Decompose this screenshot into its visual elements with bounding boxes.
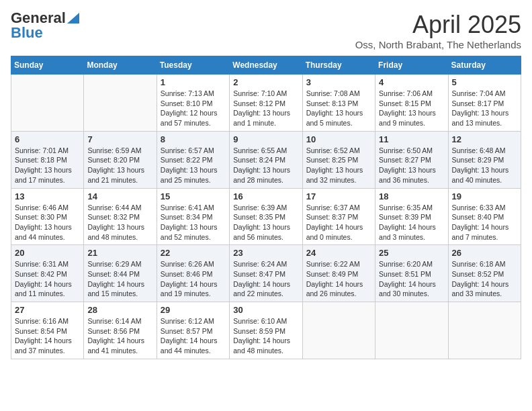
calendar-cell: 9Sunrise: 6:55 AMSunset: 8:24 PMDaylight…: [230, 131, 302, 188]
calendar-week-row: 20Sunrise: 6:31 AMSunset: 8:42 PMDayligh…: [11, 245, 521, 302]
day-info: Sunrise: 7:10 AMSunset: 8:12 PMDaylight:…: [233, 89, 298, 128]
calendar-cell: 15Sunrise: 6:41 AMSunset: 8:34 PMDayligh…: [157, 188, 229, 245]
day-number: 9: [233, 134, 298, 144]
calendar-cell: 30Sunrise: 6:10 AMSunset: 8:59 PMDayligh…: [230, 302, 302, 359]
day-number: 4: [379, 77, 444, 87]
calendar-cell: 14Sunrise: 6:44 AMSunset: 8:32 PMDayligh…: [84, 188, 157, 245]
day-number: 8: [161, 134, 226, 144]
calendar-cell: 10Sunrise: 6:52 AMSunset: 8:25 PMDayligh…: [302, 131, 375, 188]
weekday-header-wednesday: Wednesday: [230, 56, 302, 75]
day-info: Sunrise: 6:44 AMSunset: 8:32 PMDaylight:…: [87, 203, 152, 242]
day-number: 30: [233, 305, 298, 315]
calendar-cell: 25Sunrise: 6:20 AMSunset: 8:51 PMDayligh…: [375, 245, 448, 302]
day-info: Sunrise: 6:16 AMSunset: 8:54 PMDaylight:…: [15, 316, 80, 356]
day-number: 27: [15, 305, 80, 315]
calendar-cell: 3Sunrise: 7:08 AMSunset: 8:13 PMDaylight…: [302, 75, 375, 132]
day-info: Sunrise: 6:52 AMSunset: 8:25 PMDaylight:…: [306, 146, 371, 185]
calendar-week-row: 13Sunrise: 6:46 AMSunset: 8:30 PMDayligh…: [11, 188, 521, 245]
day-info: Sunrise: 7:06 AMSunset: 8:15 PMDaylight:…: [379, 89, 444, 128]
day-info: Sunrise: 6:14 AMSunset: 8:56 PMDaylight:…: [87, 316, 152, 356]
calendar-cell: 20Sunrise: 6:31 AMSunset: 8:42 PMDayligh…: [11, 245, 84, 302]
calendar-cell: 1Sunrise: 7:13 AMSunset: 8:10 PMDaylight…: [157, 75, 229, 132]
calendar-cell: 6Sunrise: 7:01 AMSunset: 8:18 PMDaylight…: [11, 131, 84, 188]
calendar-cell: [448, 302, 521, 359]
day-number: 3: [306, 77, 371, 87]
calendar-cell: 27Sunrise: 6:16 AMSunset: 8:54 PMDayligh…: [11, 302, 84, 359]
weekday-header-sunday: Sunday: [11, 56, 84, 75]
logo: General Blue: [11, 11, 79, 40]
day-info: Sunrise: 6:46 AMSunset: 8:30 PMDaylight:…: [15, 203, 80, 242]
day-info: Sunrise: 6:59 AMSunset: 8:20 PMDaylight:…: [87, 146, 152, 185]
day-number: 11: [379, 134, 444, 144]
day-info: Sunrise: 6:48 AMSunset: 8:29 PMDaylight:…: [452, 146, 517, 185]
day-number: 13: [15, 191, 80, 201]
calendar-cell: 28Sunrise: 6:14 AMSunset: 8:56 PMDayligh…: [84, 302, 157, 359]
day-number: 25: [379, 248, 444, 258]
day-number: 1: [161, 77, 226, 87]
calendar-cell: 24Sunrise: 6:22 AMSunset: 8:49 PMDayligh…: [302, 245, 375, 302]
weekday-header-monday: Monday: [84, 56, 157, 75]
calendar-cell: [375, 302, 448, 359]
calendar-cell: 11Sunrise: 6:50 AMSunset: 8:27 PMDayligh…: [375, 131, 448, 188]
weekday-header-thursday: Thursday: [302, 56, 375, 75]
day-info: Sunrise: 6:37 AMSunset: 8:37 PMDaylight:…: [306, 203, 371, 242]
title-area: April 2025 Oss, North Brabant, The Nethe…: [355, 11, 521, 50]
header: General Blue April 2025 Oss, North Braba…: [11, 11, 521, 50]
svg-marker-0: [67, 13, 79, 24]
day-number: 10: [306, 134, 371, 144]
day-info: Sunrise: 7:04 AMSunset: 8:17 PMDaylight:…: [452, 89, 517, 128]
day-info: Sunrise: 6:39 AMSunset: 8:35 PMDaylight:…: [233, 203, 298, 242]
logo-general-text: General: [11, 11, 66, 26]
day-info: Sunrise: 7:13 AMSunset: 8:10 PMDaylight:…: [161, 89, 226, 128]
calendar-cell: 4Sunrise: 7:06 AMSunset: 8:15 PMDaylight…: [375, 75, 448, 132]
day-number: 29: [161, 305, 226, 315]
calendar-cell: 17Sunrise: 6:37 AMSunset: 8:37 PMDayligh…: [302, 188, 375, 245]
day-info: Sunrise: 6:24 AMSunset: 8:47 PMDaylight:…: [233, 259, 298, 299]
calendar-cell: [84, 75, 157, 132]
calendar-cell: 5Sunrise: 7:04 AMSunset: 8:17 PMDaylight…: [448, 75, 521, 132]
day-number: 7: [87, 134, 152, 144]
calendar-cell: 7Sunrise: 6:59 AMSunset: 8:20 PMDaylight…: [84, 131, 157, 188]
calendar-cell: 26Sunrise: 6:18 AMSunset: 8:52 PMDayligh…: [448, 245, 521, 302]
day-info: Sunrise: 7:08 AMSunset: 8:13 PMDaylight:…: [306, 89, 371, 128]
calendar-cell: 12Sunrise: 6:48 AMSunset: 8:29 PMDayligh…: [448, 131, 521, 188]
day-info: Sunrise: 6:35 AMSunset: 8:39 PMDaylight:…: [379, 203, 444, 242]
month-title: April 2025: [355, 11, 521, 39]
calendar-cell: 8Sunrise: 6:57 AMSunset: 8:22 PMDaylight…: [157, 131, 229, 188]
calendar-cell: 16Sunrise: 6:39 AMSunset: 8:35 PMDayligh…: [230, 188, 302, 245]
day-info: Sunrise: 6:26 AMSunset: 8:46 PMDaylight:…: [161, 259, 226, 299]
day-number: 16: [233, 191, 298, 201]
day-info: Sunrise: 6:41 AMSunset: 8:34 PMDaylight:…: [161, 203, 226, 242]
day-number: 6: [15, 134, 80, 144]
calendar-cell: 13Sunrise: 6:46 AMSunset: 8:30 PMDayligh…: [11, 188, 84, 245]
day-info: Sunrise: 6:20 AMSunset: 8:51 PMDaylight:…: [379, 259, 444, 299]
day-number: 14: [87, 191, 152, 201]
day-number: 18: [379, 191, 444, 201]
calendar-cell: 18Sunrise: 6:35 AMSunset: 8:39 PMDayligh…: [375, 188, 448, 245]
location-subtitle: Oss, North Brabant, The Netherlands: [355, 39, 521, 50]
weekday-header-saturday: Saturday: [448, 56, 521, 75]
day-number: 17: [306, 191, 371, 201]
day-number: 22: [161, 248, 226, 258]
calendar-cell: 22Sunrise: 6:26 AMSunset: 8:46 PMDayligh…: [157, 245, 229, 302]
day-info: Sunrise: 6:33 AMSunset: 8:40 PMDaylight:…: [452, 203, 517, 242]
weekday-header-friday: Friday: [375, 56, 448, 75]
day-info: Sunrise: 6:18 AMSunset: 8:52 PMDaylight:…: [452, 259, 517, 299]
calendar-cell: 19Sunrise: 6:33 AMSunset: 8:40 PMDayligh…: [448, 188, 521, 245]
logo-triangle-icon: [67, 13, 79, 24]
day-number: 23: [233, 248, 298, 258]
day-number: 21: [87, 248, 152, 258]
day-number: 28: [87, 305, 152, 315]
calendar-week-row: 6Sunrise: 7:01 AMSunset: 8:18 PMDaylight…: [11, 131, 521, 188]
day-number: 5: [452, 77, 517, 87]
calendar-cell: 29Sunrise: 6:12 AMSunset: 8:57 PMDayligh…: [157, 302, 229, 359]
day-info: Sunrise: 6:57 AMSunset: 8:22 PMDaylight:…: [161, 146, 226, 185]
day-info: Sunrise: 6:55 AMSunset: 8:24 PMDaylight:…: [233, 146, 298, 185]
day-number: 26: [452, 248, 517, 258]
day-info: Sunrise: 6:10 AMSunset: 8:59 PMDaylight:…: [233, 316, 298, 356]
calendar-week-row: 27Sunrise: 6:16 AMSunset: 8:54 PMDayligh…: [11, 302, 521, 359]
day-info: Sunrise: 6:12 AMSunset: 8:57 PMDaylight:…: [161, 316, 226, 356]
calendar-cell: 21Sunrise: 6:29 AMSunset: 8:44 PMDayligh…: [84, 245, 157, 302]
day-number: 15: [161, 191, 226, 201]
weekday-header-row: SundayMondayTuesdayWednesdayThursdayFrid…: [11, 56, 521, 75]
